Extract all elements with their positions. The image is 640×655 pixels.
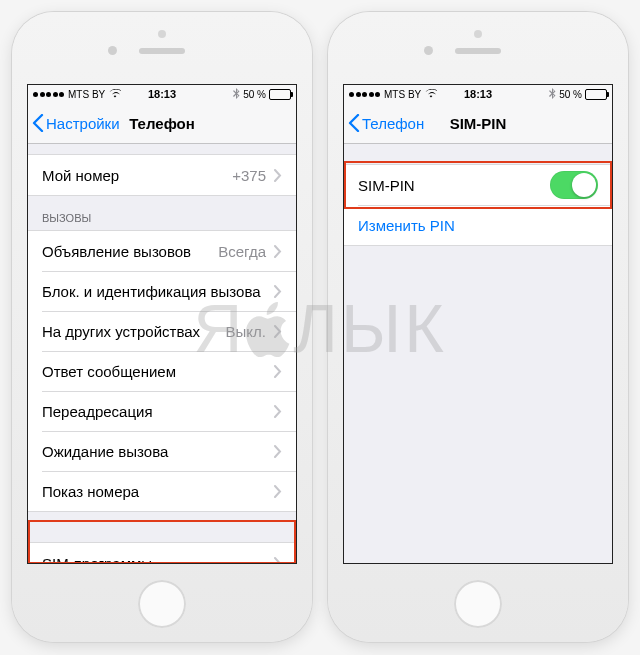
row-sim-pin-toggle[interactable]: SIM-PIN <box>344 165 612 205</box>
row-value: Выкл. <box>226 323 266 340</box>
row-label: SIM-PIN <box>358 177 415 194</box>
nav-bar: Настройки Телефон <box>28 103 296 144</box>
row-forwarding[interactable]: Переадресация <box>28 391 296 431</box>
row-label: Ответ сообщением <box>42 363 176 380</box>
row-value: +375 <box>232 167 266 184</box>
chevron-right-icon <box>274 245 282 258</box>
signal-dots-icon <box>33 92 64 97</box>
battery-icon <box>269 89 291 100</box>
earpiece-icon <box>139 48 185 54</box>
row-label: На других устройствах <box>42 323 200 340</box>
row-call-waiting[interactable]: Ожидание вызова <box>28 431 296 471</box>
section-header-calls: ВЫЗОВЫ <box>28 196 296 230</box>
bluetooth-icon <box>549 88 556 101</box>
chevron-right-icon <box>274 169 282 182</box>
chevron-right-icon <box>274 485 282 498</box>
row-change-pin[interactable]: Изменить PIN <box>344 205 612 245</box>
status-bar: MTS BY 18:13 50 % <box>344 85 612 103</box>
row-label: Ожидание вызова <box>42 443 168 460</box>
iphone-device-left: MTS BY 18:13 50 % Настройки <box>12 12 312 642</box>
chevron-left-icon <box>348 114 360 132</box>
row-label: Переадресация <box>42 403 153 420</box>
row-block-id[interactable]: Блок. и идентификация вызова <box>28 271 296 311</box>
carrier-label: MTS BY <box>384 89 421 100</box>
proximity-sensor-icon <box>474 30 482 38</box>
row-label: Изменить PIN <box>358 217 455 234</box>
back-label: Настройки <box>46 115 120 132</box>
row-show-caller-id[interactable]: Показ номера <box>28 471 296 511</box>
iphone-device-right: MTS BY 18:13 50 % Телефон S <box>328 12 628 642</box>
chevron-left-icon <box>32 114 44 132</box>
page-title: SIM-PIN <box>450 115 507 132</box>
front-camera-icon <box>424 46 433 55</box>
screen-left: MTS BY 18:13 50 % Настройки <box>27 84 297 564</box>
front-camera-icon <box>108 46 117 55</box>
page-title: Телефон <box>129 115 195 132</box>
row-label: Объявление вызовов <box>42 243 191 260</box>
status-bar: MTS BY 18:13 50 % <box>28 85 296 103</box>
sim-pin-toggle[interactable] <box>550 171 598 199</box>
bluetooth-icon <box>233 88 240 101</box>
clock-label: 18:13 <box>148 88 176 100</box>
chevron-right-icon <box>274 325 282 338</box>
two-iphone-screenshots: Я ЛЫК MTS BY 18:13 <box>0 0 640 655</box>
chevron-right-icon <box>274 557 282 565</box>
row-label: SIM-программы <box>42 555 152 565</box>
row-label: Блок. и идентификация вызова <box>42 283 261 300</box>
row-my-number[interactable]: Мой номер +375 <box>28 155 296 195</box>
battery-percent: 50 % <box>243 89 266 100</box>
settings-list[interactable]: Мой номер +375 ВЫЗОВЫ Объявление вызовов… <box>28 144 296 564</box>
home-button[interactable] <box>454 580 502 628</box>
chevron-right-icon <box>274 285 282 298</box>
earpiece-icon <box>455 48 501 54</box>
battery-percent: 50 % <box>559 89 582 100</box>
wifi-icon <box>425 88 437 100</box>
row-reply-message[interactable]: Ответ сообщением <box>28 351 296 391</box>
chevron-right-icon <box>274 445 282 458</box>
proximity-sensor-icon <box>158 30 166 38</box>
settings-list[interactable]: SIM-PIN Изменить PIN <box>344 144 612 564</box>
row-sim-apps[interactable]: SIM-программы <box>28 543 296 564</box>
nav-bar: Телефон SIM-PIN <box>344 103 612 144</box>
back-button[interactable]: Телефон <box>344 114 424 132</box>
chevron-right-icon <box>274 405 282 418</box>
clock-label: 18:13 <box>464 88 492 100</box>
toggle-knob-icon <box>572 173 596 197</box>
signal-dots-icon <box>349 92 380 97</box>
home-button[interactable] <box>138 580 186 628</box>
row-label: Мой номер <box>42 167 119 184</box>
chevron-right-icon <box>274 365 282 378</box>
row-call-announce[interactable]: Объявление вызовов Всегда <box>28 231 296 271</box>
wifi-icon <box>109 88 121 100</box>
row-label: Показ номера <box>42 483 139 500</box>
row-value: Всегда <box>218 243 266 260</box>
battery-icon <box>585 89 607 100</box>
back-button[interactable]: Настройки <box>28 114 120 132</box>
carrier-label: MTS BY <box>68 89 105 100</box>
screen-right: MTS BY 18:13 50 % Телефон S <box>343 84 613 564</box>
back-label: Телефон <box>362 115 424 132</box>
row-other-devices[interactable]: На других устройствах Выкл. <box>28 311 296 351</box>
